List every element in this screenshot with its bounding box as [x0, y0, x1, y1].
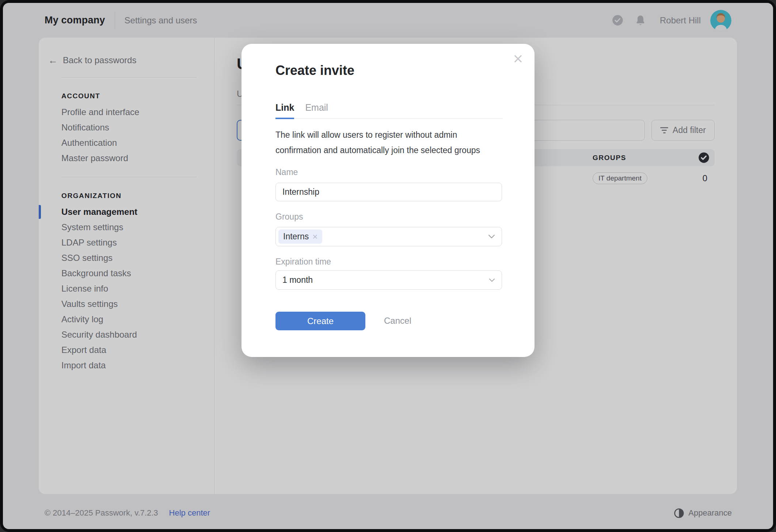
tab-link[interactable]: Link	[275, 102, 294, 119]
expiration-time-label: Expiration time	[275, 257, 331, 267]
modal-tabs: Link Email	[275, 102, 503, 119]
name-label: Name	[275, 167, 298, 177]
groups-select[interactable]: Interns ×	[275, 227, 502, 246]
tab-email[interactable]: Email	[305, 102, 328, 118]
window-frame: My company Settings and users Robert Hil…	[0, 0, 776, 532]
group-tag-label: Interns	[283, 232, 309, 242]
chevron-down-icon	[488, 234, 495, 239]
remove-tag-icon[interactable]: ×	[312, 232, 317, 241]
close-icon[interactable]: ×	[513, 52, 524, 65]
create-invite-modal: × Create invite Link Email The link will…	[241, 44, 535, 357]
modal-description: The link will allow users to register wi…	[275, 127, 492, 158]
app-screen: My company Settings and users Robert Hil…	[3, 3, 773, 529]
cancel-button[interactable]: Cancel	[384, 316, 411, 326]
create-button[interactable]: Create	[275, 312, 365, 330]
modal-title: Create invite	[275, 63, 354, 78]
name-field[interactable]	[275, 183, 502, 201]
chevron-down-icon	[489, 278, 495, 282]
groups-label: Groups	[275, 212, 303, 222]
group-tag: Interns ×	[278, 229, 322, 244]
expiration-time-value: 1 month	[282, 275, 313, 285]
expiration-time-select[interactable]: 1 month	[275, 270, 502, 290]
